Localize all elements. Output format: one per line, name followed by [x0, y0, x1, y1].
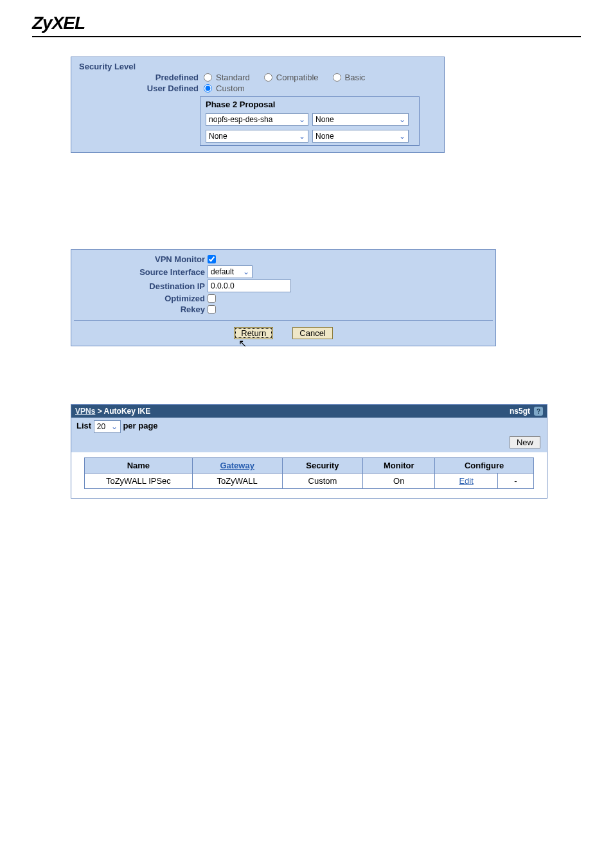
per-page-label: per page	[123, 421, 157, 430]
per-page-value: 20	[97, 422, 105, 431]
predefined-basic-radio[interactable]	[333, 73, 341, 82]
cell-security: Custom	[282, 474, 363, 489]
per-page-select[interactable]: 20 ⌄	[94, 420, 121, 433]
source-interface-value: default	[211, 267, 234, 276]
user-defined-custom-radio[interactable]	[204, 84, 212, 93]
user-defined-label: User Defined	[76, 84, 201, 93]
predefined-standard-text: Standard	[216, 73, 250, 82]
remove-cell[interactable]: -	[498, 474, 534, 489]
new-button[interactable]: New	[510, 436, 540, 448]
rekey-checkbox[interactable]	[208, 305, 216, 314]
list-label: List	[76, 421, 91, 430]
predefined-basic-text: Basic	[345, 73, 366, 82]
source-interface-label: Source Interface	[76, 267, 208, 277]
rekey-label: Rekey	[76, 305, 208, 314]
col-monitor: Monitor	[363, 458, 435, 474]
predefined-compatible-text: Compatible	[276, 73, 319, 82]
phase2-proposal-box: Phase 2 Proposal nopfs-esp-des-sha ⌄ Non…	[200, 96, 420, 146]
titlebar: VPNs > AutoKey IKE ns5gt ?	[71, 405, 547, 418]
return-button[interactable]: Return	[234, 327, 273, 339]
device-name: ns5gt	[510, 407, 530, 416]
source-interface-select[interactable]: default ⌄	[208, 265, 253, 278]
predefined-label: Predefined	[76, 73, 201, 82]
cell-monitor: On	[363, 474, 435, 489]
table-row: ToZyWALL IPSec ToZyWALL Custom On Edit -	[85, 474, 534, 489]
predefined-compatible-radio[interactable]	[264, 73, 272, 82]
vpn-monitor-checkbox[interactable]	[208, 255, 216, 263]
chevron-down-icon: ⌄	[398, 115, 407, 124]
optimized-checkbox[interactable]	[208, 294, 216, 303]
chevron-down-icon: ⌄	[110, 422, 119, 431]
destination-ip-input[interactable]	[208, 279, 291, 292]
breadcrumb-vpns[interactable]: VPNs	[75, 407, 95, 416]
predefined-standard-radio[interactable]	[204, 73, 212, 82]
destination-ip-label: Destination IP	[76, 281, 208, 291]
col-gateway[interactable]: Gateway	[220, 461, 254, 470]
phase2-select-a2-value: None	[315, 115, 334, 124]
phase2-select-a1-value: nopfs-esp-des-sha	[209, 115, 272, 124]
edit-link[interactable]: Edit	[459, 476, 473, 486]
autokey-ike-panel: VPNs > AutoKey IKE ns5gt ? List 20 ⌄ per…	[71, 404, 547, 499]
cancel-button[interactable]: Cancel	[292, 327, 332, 339]
col-configure: Configure	[435, 458, 534, 474]
phase2-proposal-title: Phase 2 Proposal	[200, 97, 419, 112]
chevron-down-icon: ⌄	[298, 132, 306, 141]
security-level-panel: Security Level Predefined Standard Compa…	[71, 57, 445, 153]
phase2-select-b1-value: None	[209, 132, 227, 141]
breadcrumb-leaf: AutoKey IKE	[104, 407, 151, 416]
chevron-down-icon: ⌄	[298, 115, 306, 124]
divider	[74, 320, 493, 321]
brand-logo: ZyXEL	[32, 13, 581, 33]
vpn-table: Name Gateway Security Monitor Configure …	[84, 457, 534, 489]
phase2-select-a2[interactable]: None ⌄	[312, 113, 409, 126]
cell-name: ToZyWALL IPSec	[85, 474, 193, 489]
chevron-down-icon: ⌄	[398, 132, 407, 141]
chevron-down-icon: ⌄	[242, 267, 251, 276]
col-security: Security	[282, 458, 363, 474]
vpn-settings-panel: VPN Monitor Source Interface default ⌄ D…	[71, 249, 496, 346]
user-defined-custom-text: Custom	[216, 84, 245, 93]
phase2-select-a1[interactable]: nopfs-esp-des-sha ⌄	[206, 113, 308, 126]
table-header-row: Name Gateway Security Monitor Configure	[85, 458, 534, 474]
list-toolbar: List 20 ⌄ per page New	[71, 418, 547, 452]
help-icon[interactable]: ?	[534, 407, 543, 416]
optimized-label: Optimized	[76, 294, 208, 303]
col-name: Name	[85, 458, 193, 474]
security-level-title: Security Level	[76, 62, 204, 71]
phase2-select-b1[interactable]: None ⌄	[206, 130, 308, 143]
phase2-select-b2[interactable]: None ⌄	[312, 130, 409, 143]
cell-gateway: ToZyWALL	[192, 474, 282, 489]
breadcrumb-sep: >	[98, 407, 104, 416]
phase2-select-b2-value: None	[315, 132, 334, 141]
vpn-monitor-label: VPN Monitor	[76, 254, 208, 264]
